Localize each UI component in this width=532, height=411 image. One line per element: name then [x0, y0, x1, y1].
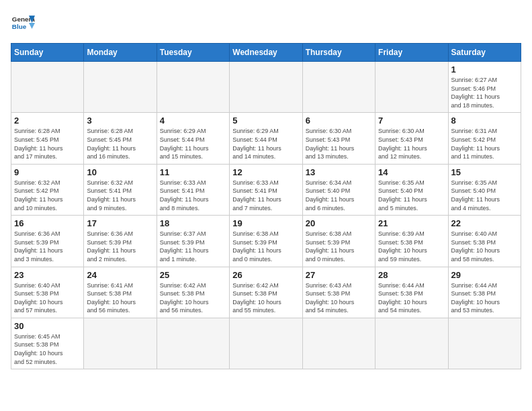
day-info: Sunrise: 6:37 AM Sunset: 5:39 PM Dayligh… — [160, 230, 226, 263]
day-info: Sunrise: 6:39 AM Sunset: 5:38 PM Dayligh… — [378, 230, 445, 263]
week-row-0: 1Sunrise: 6:27 AM Sunset: 5:46 PM Daylig… — [11, 62, 521, 113]
calendar-cell: 20Sunrise: 6:38 AM Sunset: 5:39 PM Dayli… — [302, 216, 375, 267]
week-row-3: 16Sunrise: 6:36 AM Sunset: 5:39 PM Dayli… — [11, 216, 521, 267]
weekday-header-thursday: Thursday — [302, 44, 375, 62]
calendar-cell — [84, 62, 157, 113]
weekday-header-saturday: Saturday — [448, 44, 521, 62]
day-number: 28 — [378, 270, 445, 280]
calendar-cell — [302, 62, 375, 113]
day-number: 12 — [232, 167, 299, 177]
calendar-cell: 18Sunrise: 6:37 AM Sunset: 5:39 PM Dayli… — [157, 216, 229, 267]
calendar-cell: 8Sunrise: 6:31 AM Sunset: 5:42 PM Daylig… — [448, 113, 521, 164]
day-info: Sunrise: 6:27 AM Sunset: 5:46 PM Dayligh… — [451, 76, 518, 109]
weekday-header-friday: Friday — [375, 44, 448, 62]
calendar-cell — [230, 62, 302, 113]
logo: General Blue — [11, 11, 35, 35]
calendar-cell: 30Sunrise: 6:45 AM Sunset: 5:38 PM Dayli… — [11, 318, 84, 369]
week-row-2: 9Sunrise: 6:32 AM Sunset: 5:42 PM Daylig… — [11, 164, 521, 215]
day-info: Sunrise: 6:28 AM Sunset: 5:45 PM Dayligh… — [14, 127, 81, 161]
page-header: General Blue — [11, 11, 521, 35]
calendar-cell: 28Sunrise: 6:44 AM Sunset: 5:38 PM Dayli… — [375, 267, 448, 318]
day-number: 15 — [451, 167, 518, 177]
svg-text:Blue: Blue — [12, 23, 27, 30]
calendar-cell: 15Sunrise: 6:35 AM Sunset: 5:40 PM Dayli… — [448, 164, 521, 215]
day-number: 4 — [160, 116, 226, 126]
calendar-cell — [84, 318, 157, 369]
day-number: 29 — [451, 270, 518, 280]
calendar-cell: 17Sunrise: 6:36 AM Sunset: 5:39 PM Dayli… — [84, 216, 157, 267]
calendar-table: SundayMondayTuesdayWednesdayThursdayFrid… — [11, 43, 521, 369]
day-info: Sunrise: 6:36 AM Sunset: 5:39 PM Dayligh… — [87, 230, 153, 263]
day-info: Sunrise: 6:32 AM Sunset: 5:42 PM Dayligh… — [14, 179, 81, 212]
weekday-header-monday: Monday — [84, 44, 157, 62]
calendar-cell — [230, 318, 302, 369]
day-number: 6 — [306, 116, 372, 126]
calendar-cell: 24Sunrise: 6:41 AM Sunset: 5:38 PM Dayli… — [84, 267, 157, 318]
calendar-cell — [375, 62, 448, 113]
day-info: Sunrise: 6:42 AM Sunset: 5:38 PM Dayligh… — [160, 281, 226, 315]
weekday-header-wednesday: Wednesday — [230, 44, 302, 62]
day-number: 25 — [160, 270, 226, 280]
day-info: Sunrise: 6:42 AM Sunset: 5:38 PM Dayligh… — [232, 281, 299, 315]
weekday-header-row: SundayMondayTuesdayWednesdayThursdayFrid… — [11, 44, 521, 62]
day-number: 23 — [14, 270, 81, 280]
calendar-cell: 25Sunrise: 6:42 AM Sunset: 5:38 PM Dayli… — [157, 267, 229, 318]
calendar-cell: 21Sunrise: 6:39 AM Sunset: 5:38 PM Dayli… — [375, 216, 448, 267]
day-number: 20 — [306, 218, 372, 228]
day-info: Sunrise: 6:35 AM Sunset: 5:40 PM Dayligh… — [451, 179, 518, 212]
day-number: 9 — [14, 167, 81, 177]
day-number: 5 — [232, 116, 299, 126]
calendar-cell: 7Sunrise: 6:30 AM Sunset: 5:43 PM Daylig… — [375, 113, 448, 164]
calendar-cell: 16Sunrise: 6:36 AM Sunset: 5:39 PM Dayli… — [11, 216, 84, 267]
calendar-cell: 9Sunrise: 6:32 AM Sunset: 5:42 PM Daylig… — [11, 164, 84, 215]
calendar-cell: 22Sunrise: 6:40 AM Sunset: 5:38 PM Dayli… — [448, 216, 521, 267]
logo-icon: General Blue — [11, 11, 35, 35]
day-number: 21 — [378, 218, 445, 228]
day-number: 17 — [87, 218, 153, 228]
calendar-cell: 12Sunrise: 6:33 AM Sunset: 5:41 PM Dayli… — [230, 164, 302, 215]
day-info: Sunrise: 6:45 AM Sunset: 5:38 PM Dayligh… — [14, 332, 81, 366]
day-number: 27 — [306, 270, 372, 280]
week-row-5: 30Sunrise: 6:45 AM Sunset: 5:38 PM Dayli… — [11, 318, 521, 369]
calendar-cell: 10Sunrise: 6:32 AM Sunset: 5:41 PM Dayli… — [84, 164, 157, 215]
day-number: 11 — [160, 167, 226, 177]
day-info: Sunrise: 6:30 AM Sunset: 5:43 PM Dayligh… — [378, 127, 445, 161]
calendar-cell: 26Sunrise: 6:42 AM Sunset: 5:38 PM Dayli… — [230, 267, 302, 318]
calendar-cell — [11, 62, 84, 113]
day-info: Sunrise: 6:35 AM Sunset: 5:40 PM Dayligh… — [378, 179, 445, 212]
calendar-cell — [157, 318, 229, 369]
calendar-cell — [375, 318, 448, 369]
day-number: 13 — [306, 167, 372, 177]
day-info: Sunrise: 6:38 AM Sunset: 5:39 PM Dayligh… — [306, 230, 372, 263]
day-number: 16 — [14, 218, 81, 228]
day-info: Sunrise: 6:41 AM Sunset: 5:38 PM Dayligh… — [87, 281, 153, 315]
day-info: Sunrise: 6:28 AM Sunset: 5:45 PM Dayligh… — [87, 127, 153, 161]
day-info: Sunrise: 6:29 AM Sunset: 5:44 PM Dayligh… — [232, 127, 299, 161]
calendar-cell: 23Sunrise: 6:40 AM Sunset: 5:38 PM Dayli… — [11, 267, 84, 318]
day-number: 30 — [14, 321, 81, 331]
calendar-cell: 1Sunrise: 6:27 AM Sunset: 5:46 PM Daylig… — [448, 62, 521, 113]
day-number: 7 — [378, 116, 445, 126]
day-info: Sunrise: 6:38 AM Sunset: 5:39 PM Dayligh… — [232, 230, 299, 263]
day-number: 2 — [14, 116, 81, 126]
day-info: Sunrise: 6:31 AM Sunset: 5:42 PM Dayligh… — [451, 127, 518, 161]
day-info: Sunrise: 6:32 AM Sunset: 5:41 PM Dayligh… — [87, 179, 153, 212]
day-number: 10 — [87, 167, 153, 177]
week-row-4: 23Sunrise: 6:40 AM Sunset: 5:38 PM Dayli… — [11, 267, 521, 318]
day-number: 26 — [232, 270, 299, 280]
day-info: Sunrise: 6:40 AM Sunset: 5:38 PM Dayligh… — [451, 230, 518, 263]
calendar-cell: 11Sunrise: 6:33 AM Sunset: 5:41 PM Dayli… — [157, 164, 229, 215]
day-info: Sunrise: 6:34 AM Sunset: 5:40 PM Dayligh… — [306, 179, 372, 212]
svg-marker-3 — [29, 23, 35, 29]
calendar-cell: 14Sunrise: 6:35 AM Sunset: 5:40 PM Dayli… — [375, 164, 448, 215]
calendar-cell: 13Sunrise: 6:34 AM Sunset: 5:40 PM Dayli… — [302, 164, 375, 215]
calendar-cell: 2Sunrise: 6:28 AM Sunset: 5:45 PM Daylig… — [11, 113, 84, 164]
calendar-cell: 4Sunrise: 6:29 AM Sunset: 5:44 PM Daylig… — [157, 113, 229, 164]
day-number: 1 — [451, 64, 518, 75]
day-number: 8 — [451, 116, 518, 126]
day-info: Sunrise: 6:44 AM Sunset: 5:38 PM Dayligh… — [451, 281, 518, 315]
day-info: Sunrise: 6:30 AM Sunset: 5:43 PM Dayligh… — [306, 127, 372, 161]
day-info: Sunrise: 6:36 AM Sunset: 5:39 PM Dayligh… — [14, 230, 81, 263]
day-number: 3 — [87, 116, 153, 126]
calendar-cell — [448, 318, 521, 369]
